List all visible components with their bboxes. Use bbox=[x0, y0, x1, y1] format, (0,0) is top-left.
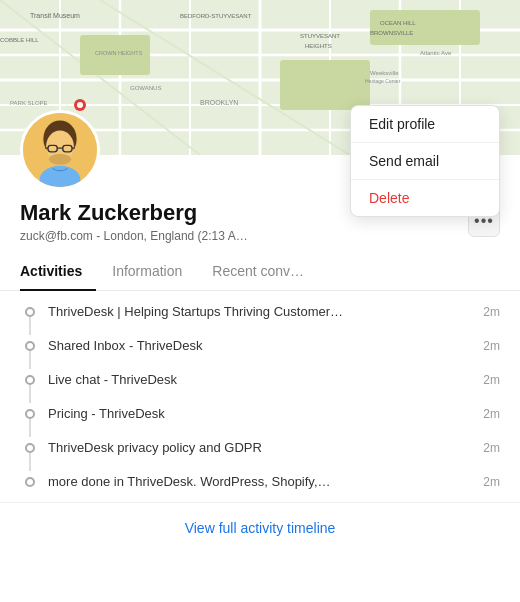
activity-content-1: Shared Inbox - ThriveDesk bbox=[40, 335, 475, 356]
svg-text:COBBLE HILL: COBBLE HILL bbox=[0, 37, 39, 43]
tab-information[interactable]: Information bbox=[112, 253, 196, 291]
activity-time-3: 2m bbox=[483, 403, 500, 421]
activity-dot-2 bbox=[25, 375, 35, 385]
activity-item-0: ThriveDesk | Helping Startups Thriving C… bbox=[20, 301, 500, 335]
activity-content-2: Live chat - ThriveDesk bbox=[40, 369, 475, 390]
view-timeline-link[interactable]: View full activity timeline bbox=[185, 520, 336, 536]
activity-time-4: 2m bbox=[483, 437, 500, 455]
svg-text:Heritage Center: Heritage Center bbox=[365, 78, 401, 84]
activity-text-0: ThriveDesk | Helping Startups Thriving C… bbox=[48, 304, 428, 319]
activity-line-2 bbox=[29, 385, 31, 403]
activity-dot-col-2 bbox=[20, 369, 40, 403]
dropdown-menu: Edit profile Send email Delete bbox=[350, 105, 500, 217]
activity-dot-col-4 bbox=[20, 437, 40, 471]
svg-text:BEDFORD-STUYVESANT: BEDFORD-STUYVESANT bbox=[180, 13, 252, 19]
tabs-bar: Activities Information Recent conv… bbox=[0, 253, 520, 291]
svg-text:STUYVESANT: STUYVESANT bbox=[300, 33, 340, 39]
activity-dot-col-0 bbox=[20, 301, 40, 335]
activity-text-1: Shared Inbox - ThriveDesk bbox=[48, 338, 428, 353]
activity-line-3 bbox=[29, 419, 31, 437]
svg-text:PARK SLOPE: PARK SLOPE bbox=[10, 100, 48, 106]
activity-dot-col-1 bbox=[20, 335, 40, 369]
svg-text:BROWNSVILLE: BROWNSVILLE bbox=[370, 30, 413, 36]
send-email-item[interactable]: Send email bbox=[351, 143, 499, 179]
activity-item-1: Shared Inbox - ThriveDesk 2m bbox=[20, 335, 500, 369]
svg-text:Weeksville: Weeksville bbox=[370, 70, 399, 76]
activity-line-4 bbox=[29, 453, 31, 471]
activity-item-5: more done in ThriveDesk. WordPress, Shop… bbox=[20, 471, 500, 492]
tab-activities[interactable]: Activities bbox=[20, 253, 96, 291]
activity-content-4: ThriveDesk privacy policy and GDPR bbox=[40, 437, 475, 458]
activity-time-5: 2m bbox=[483, 471, 500, 489]
activity-dot-5 bbox=[25, 477, 35, 487]
activity-dot-4 bbox=[25, 443, 35, 453]
activity-item-2: Live chat - ThriveDesk 2m bbox=[20, 369, 500, 403]
svg-text:OCEAN HILL: OCEAN HILL bbox=[380, 20, 416, 26]
activity-dot-3 bbox=[25, 409, 35, 419]
svg-text:Transit Museum: Transit Museum bbox=[30, 12, 80, 19]
profile-meta: zuck@fb.com - London, England (2:13 A… bbox=[20, 229, 468, 243]
activity-time-0: 2m bbox=[483, 301, 500, 319]
activity-item-4: ThriveDesk privacy policy and GDPR 2m bbox=[20, 437, 500, 471]
activity-dot-col-5 bbox=[20, 471, 40, 487]
activity-text-3: Pricing - ThriveDesk bbox=[48, 406, 428, 421]
activities-list: ThriveDesk | Helping Startups Thriving C… bbox=[0, 291, 520, 492]
activity-time-1: 2m bbox=[483, 335, 500, 353]
activity-text-5: more done in ThriveDesk. WordPress, Shop… bbox=[48, 474, 428, 489]
activity-content-0: ThriveDesk | Helping Startups Thriving C… bbox=[40, 301, 475, 322]
activity-text-2: Live chat - ThriveDesk bbox=[48, 372, 428, 387]
activity-line-0 bbox=[29, 317, 31, 335]
svg-rect-16 bbox=[280, 60, 370, 110]
edit-profile-item[interactable]: Edit profile bbox=[351, 106, 499, 142]
activity-dot-1 bbox=[25, 341, 35, 351]
tab-recent-conv[interactable]: Recent conv… bbox=[212, 253, 318, 291]
svg-text:BROOKLYN: BROOKLYN bbox=[200, 99, 238, 106]
avatar bbox=[20, 110, 100, 190]
activity-content-3: Pricing - ThriveDesk bbox=[40, 403, 475, 424]
activity-time-2: 2m bbox=[483, 369, 500, 387]
view-timeline-section: View full activity timeline bbox=[0, 502, 520, 557]
svg-text:HEIGHTS: HEIGHTS bbox=[305, 43, 332, 49]
avatar-wrapper bbox=[20, 110, 100, 190]
activity-item-3: Pricing - ThriveDesk 2m bbox=[20, 403, 500, 437]
activity-dot-col-3 bbox=[20, 403, 40, 437]
svg-text:Atlantic Ave: Atlantic Ave bbox=[420, 50, 452, 56]
activity-text-4: ThriveDesk privacy policy and GDPR bbox=[48, 440, 428, 455]
svg-text:CROWN HEIGHTS: CROWN HEIGHTS bbox=[95, 50, 143, 56]
svg-point-33 bbox=[77, 102, 83, 108]
svg-rect-17 bbox=[370, 10, 480, 45]
activity-line-1 bbox=[29, 351, 31, 369]
activity-dot-0 bbox=[25, 307, 35, 317]
delete-item[interactable]: Delete bbox=[351, 180, 499, 216]
svg-point-42 bbox=[49, 154, 71, 165]
activity-content-5: more done in ThriveDesk. WordPress, Shop… bbox=[40, 471, 475, 492]
svg-text:GOWANUS: GOWANUS bbox=[130, 85, 161, 91]
